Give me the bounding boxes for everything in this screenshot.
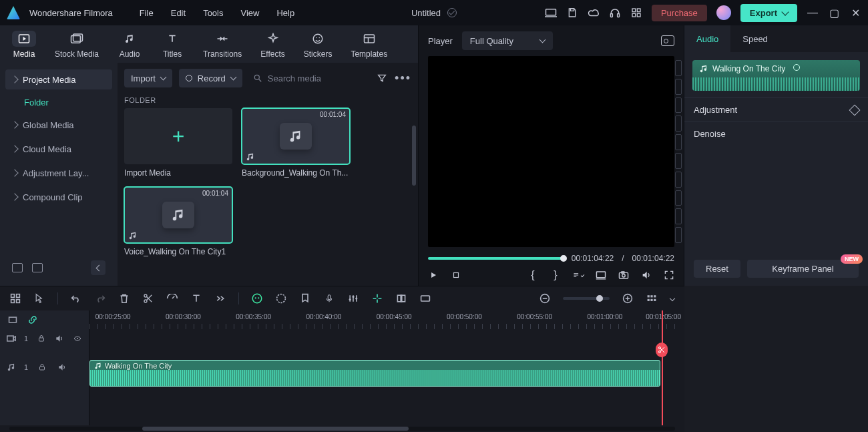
apps-icon[interactable] [630, 7, 642, 19]
ai-tool-icon[interactable] [251, 292, 263, 304]
link-icon[interactable] [27, 314, 39, 326]
menu-file[interactable]: File [140, 8, 154, 18]
new-folder-icon[interactable] [32, 263, 43, 272]
keyframe-diamond-icon[interactable] [849, 104, 861, 116]
marker-list-button[interactable] [573, 270, 584, 280]
snapshot-icon[interactable] [661, 35, 674, 46]
cloud-icon[interactable] [588, 7, 600, 19]
timeline-options-icon[interactable] [670, 292, 675, 304]
crop-tool-icon[interactable] [395, 292, 407, 304]
tab-transitions[interactable]: Transitions [203, 31, 242, 59]
seek-slider[interactable] [428, 257, 564, 260]
sidebar-item-adjustment-layer[interactable]: Adjustment Lay... [5, 163, 112, 183]
headphones-icon[interactable] [609, 7, 621, 19]
volume-button[interactable] [641, 270, 652, 280]
fullscreen-button[interactable] [664, 270, 674, 280]
undo-icon[interactable] [70, 292, 82, 304]
mark-in-button[interactable]: { [527, 270, 538, 280]
tab-templates[interactable]: Templates [351, 31, 387, 59]
import-media-card[interactable]: + Import Media [124, 108, 232, 178]
new-bin-icon[interactable] [12, 263, 23, 272]
marker-tool-icon[interactable] [299, 292, 311, 304]
tab-media[interactable]: Media [12, 31, 36, 59]
track-mute-icon[interactable] [54, 333, 64, 345]
more-icon[interactable]: ••• [395, 71, 411, 85]
media-card-voice[interactable]: 00:01:04 Voice_Walking On The City1 [124, 187, 232, 256]
playhead-split-handle[interactable] [656, 343, 668, 357]
track-lock-icon[interactable] [36, 361, 48, 373]
collapse-sidebar-button[interactable] [91, 260, 105, 275]
auto-ripple-icon[interactable] [371, 292, 383, 304]
track-manager-icon[interactable] [9, 292, 21, 304]
inspector-tab-speed[interactable]: Speed [730, 25, 780, 52]
filter-icon[interactable] [376, 72, 388, 84]
device-icon[interactable] [545, 7, 557, 19]
delete-icon[interactable] [118, 292, 130, 304]
menu-view[interactable]: View [240, 8, 259, 18]
waveform-preview [692, 77, 860, 91]
tab-audio[interactable]: Audio [118, 31, 142, 59]
maximize-button[interactable]: ▢ [828, 7, 840, 19]
track-visibility-icon[interactable] [72, 333, 82, 345]
tab-titles[interactable]: Titles [160, 31, 184, 59]
tab-stickers[interactable]: Stickers [304, 31, 333, 59]
zoom-in-icon[interactable] [622, 292, 634, 304]
split-icon[interactable] [142, 292, 154, 304]
track-mute-icon[interactable] [56, 361, 68, 373]
render-preview-icon[interactable] [419, 292, 431, 304]
quality-select[interactable]: Full Quality [462, 31, 553, 50]
timeline-ruler[interactable]: 00:00:25:00 00:00:30:00 00:00:35:00 00:0… [89, 310, 675, 329]
sidebar-item-folder[interactable]: Folder [5, 93, 112, 111]
display-mode-button[interactable] [596, 270, 606, 280]
zoom-out-icon[interactable] [539, 292, 551, 304]
sidebar-item-compound-clip[interactable]: Compound Clip [5, 187, 112, 207]
menu-help[interactable]: Help [276, 8, 294, 18]
record-dropdown[interactable]: Record [179, 69, 242, 87]
selected-clip-chip[interactable]: Walking On The City [692, 60, 860, 91]
sidebar-item-global-media[interactable]: Global Media [5, 115, 112, 135]
cursor-tool-icon[interactable] [33, 292, 45, 304]
search-input[interactable]: Search media [249, 69, 369, 87]
keyframe-panel-button[interactable]: Keyframe Panel NEW [747, 260, 859, 278]
timeline-scrollbar[interactable] [9, 427, 675, 431]
play-button[interactable] [428, 270, 439, 280]
audio-track-lane[interactable]: Walking On The City [89, 360, 675, 387]
track-lock-icon[interactable] [36, 333, 46, 345]
zoom-slider[interactable] [563, 297, 610, 300]
audio-mixer-icon[interactable] [347, 292, 359, 304]
save-icon[interactable] [566, 7, 578, 19]
tab-effects[interactable]: Effects [260, 31, 284, 59]
audio-clip[interactable]: Walking On The City [89, 360, 660, 387]
video-track-lane[interactable] [89, 329, 675, 348]
library-scrollbar[interactable] [412, 126, 416, 186]
export-button[interactable]: Export [740, 4, 797, 22]
more-tools-icon[interactable] [214, 292, 226, 304]
reset-button[interactable]: Reset [694, 260, 740, 278]
media-card-background[interactable]: 00:01:04 Background_Walking On Th... [242, 108, 350, 178]
import-dropdown[interactable]: Import [124, 69, 172, 87]
zoom-fit-icon[interactable] [646, 292, 658, 304]
user-avatar[interactable] [716, 5, 731, 20]
preview-viewport[interactable] [428, 56, 674, 247]
color-tool-icon[interactable] [275, 292, 287, 304]
redo-icon[interactable] [94, 292, 106, 304]
capture-button[interactable] [618, 270, 629, 280]
mark-out-button[interactable]: } [550, 270, 561, 280]
menu-edit[interactable]: Edit [171, 8, 186, 18]
inspector-tab-audio[interactable]: Audio [684, 25, 730, 52]
sidebar-item-project-media[interactable]: Project Media [5, 69, 112, 89]
stop-button[interactable] [451, 270, 461, 280]
menu-tools[interactable]: Tools [203, 8, 223, 18]
inspector-section-adjustment[interactable]: Adjustment [684, 97, 868, 122]
playhead[interactable] [662, 310, 663, 425]
track-options-icon[interactable] [7, 314, 19, 326]
sidebar-item-cloud-media[interactable]: Cloud Media [5, 139, 112, 159]
close-button[interactable]: ✕ [849, 7, 861, 19]
minimize-button[interactable]: — [807, 7, 819, 19]
text-tool-icon[interactable] [190, 292, 202, 304]
speed-tool-icon[interactable] [166, 292, 178, 304]
purchase-button[interactable]: Purchase [652, 5, 707, 21]
inspector-section-denoise[interactable]: Denoise [684, 122, 868, 146]
voiceover-icon[interactable] [323, 292, 335, 304]
tab-stock-media[interactable]: Stock Media [55, 31, 99, 59]
